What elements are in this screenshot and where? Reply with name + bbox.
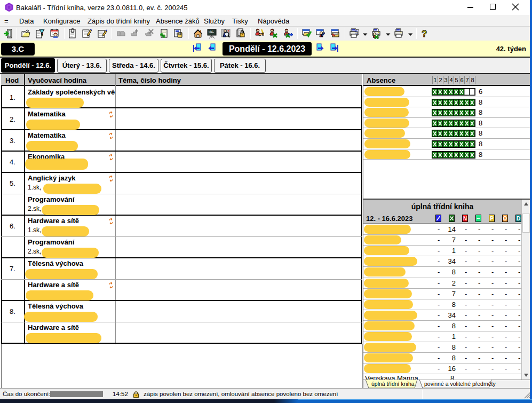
svg-text:úplná třídní kniha: úplná třídní kniha bbox=[371, 381, 415, 387]
svg-text:P: P bbox=[490, 216, 494, 222]
svg-text:povinné a volitelné předměty: povinné a volitelné předměty bbox=[424, 381, 496, 387]
svg-text:O: O bbox=[503, 216, 507, 222]
svg-text:?: ? bbox=[422, 29, 427, 39]
svg-text:obj: obj bbox=[209, 30, 213, 33]
svg-text:N: N bbox=[463, 216, 467, 222]
svg-text:D: D bbox=[517, 216, 520, 222]
